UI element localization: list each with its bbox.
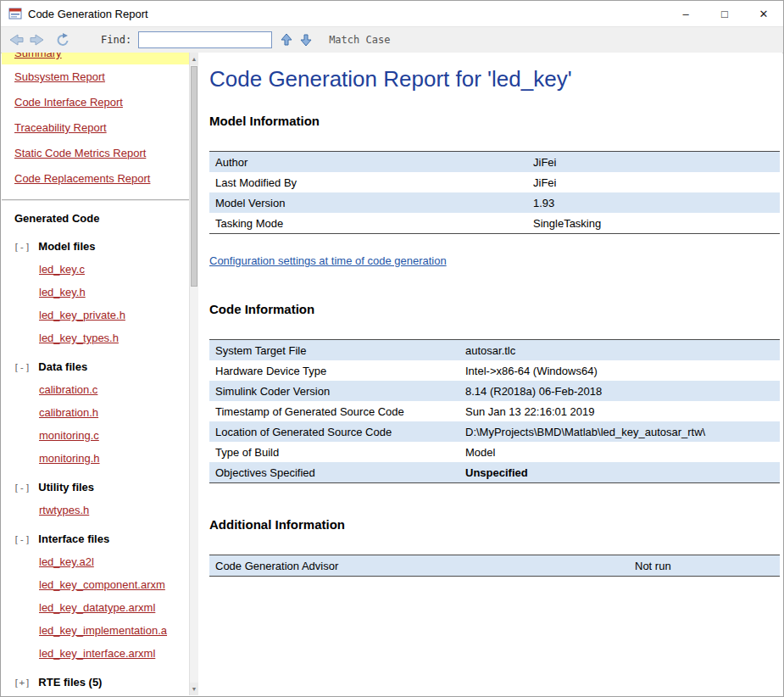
minimize-button[interactable]: – [666, 1, 705, 26]
row-label: Tasking Mode [209, 213, 527, 234]
section-heading-additional-information: Additional Information [209, 517, 776, 533]
row-value: JiFei [527, 152, 780, 173]
table-row: Hardware Device Type Intel->x86-64 (Wind… [209, 360, 780, 381]
config-link-row: Configuration settings at time of code g… [209, 253, 776, 268]
group-header-interface-files: [-] Interface files [2, 527, 189, 550]
table-row: Code Generation Advisor Not run [209, 555, 780, 577]
row-label: Timestamp of Generated Source Code [209, 401, 459, 421]
row-value: Sun Jan 13 22:16:01 2019 [459, 401, 780, 421]
back-button[interactable] [8, 34, 24, 46]
app-icon [8, 7, 22, 20]
scrollbar-thumb[interactable] [191, 66, 197, 287]
row-label: Location of Generated Source Code [209, 421, 459, 442]
section-heading-code-information: Code Information [209, 302, 776, 317]
file-link-item[interactable]: monitoring.c [2, 424, 189, 447]
file-link-item[interactable]: rtwtypes.h [2, 499, 189, 521]
row-label: Author [209, 152, 527, 173]
expand-toggle-icon[interactable]: [+] [14, 677, 31, 689]
objectives-unspecified-value: Unspecified [459, 462, 780, 483]
row-label: Type of Build [209, 442, 459, 462]
group-header-rte-files: [+] RTE files (5) [2, 670, 189, 694]
sidebar-item-subsystem-report[interactable]: Subsystem Report [2, 64, 189, 90]
row-label: Model Version [209, 192, 527, 213]
group-header-model-files: [-] Model files [2, 234, 189, 258]
collapse-toggle-icon[interactable]: [-] [14, 534, 31, 545]
code-information-table: System Target File autosar.tlc Hardware … [209, 339, 780, 483]
row-label: Simulink Coder Version [209, 381, 459, 401]
row-value: Model [459, 442, 780, 462]
refresh-button[interactable] [56, 33, 70, 47]
table-row: Model Version 1.93 [209, 192, 780, 213]
collapse-toggle-icon[interactable]: [-] [14, 482, 31, 493]
page-title: Code Generation Report for 'led_key' [209, 64, 776, 93]
sidebar-item-code-interface-report[interactable]: Code Interface Report [2, 90, 189, 115]
sidebar-scrollbar[interactable]: ▲ ▼ [189, 53, 198, 695]
row-value: Not run [629, 555, 780, 577]
table-row: Objectives Specified Unspecified [209, 462, 780, 483]
find-input[interactable] [138, 31, 272, 48]
window-title: Code Generation Report [28, 8, 148, 20]
model-information-table: Author JiFei Last Modified By JiFei Mode… [209, 151, 780, 234]
table-row: Author JiFei [209, 152, 780, 173]
window-controls: – □ ✕ [666, 1, 783, 26]
collapse-toggle-icon[interactable]: [-] [14, 242, 31, 253]
maximize-button[interactable]: □ [705, 1, 744, 26]
file-link-item[interactable]: led_key_datatype.arxml [2, 596, 189, 619]
file-link-item[interactable]: led_key_types.h [2, 326, 189, 349]
summary-link[interactable]: Summary [14, 53, 62, 59]
table-row: Tasking Mode SingleTasking [209, 213, 780, 234]
additional-information-table: Code Generation Advisor Not run [209, 555, 780, 577]
table-row: Simulink Coder Version 8.14 (R2018a) 06-… [209, 381, 780, 401]
sidebar-item-summary[interactable]: Summary [2, 53, 189, 64]
file-link-item[interactable]: led_key.h [2, 281, 189, 304]
scrollbar-up-arrow[interactable]: ▲ [190, 53, 198, 65]
scrollbar-down-arrow[interactable]: ▼ [190, 683, 198, 695]
row-value: autosar.tlc [459, 340, 780, 361]
file-link-item[interactable]: led_key.a2l [2, 550, 189, 573]
file-link-item[interactable]: led_key_component.arxm [2, 573, 189, 596]
sidebar-item-traceability-report[interactable]: Traceability Report [2, 115, 189, 141]
sidebar-divider [2, 199, 189, 200]
application-window: Code Generation Report – □ ✕ Find: [0, 0, 784, 697]
row-value: 1.93 [527, 192, 780, 213]
section-heading-model-information: Model Information [209, 114, 776, 129]
file-link-item[interactable]: monitoring.h [2, 447, 189, 470]
table-row: Type of Build Model [209, 442, 780, 462]
table-row: Timestamp of Generated Source Code Sun J… [209, 401, 780, 421]
sidebar-item-code-replacements-report[interactable]: Code Replacements Report [2, 166, 189, 192]
generated-code-heading: Generated Code [2, 209, 189, 229]
configuration-settings-link[interactable]: Configuration settings at time of code g… [209, 254, 447, 267]
file-link-item[interactable]: calibration.c [2, 378, 189, 401]
row-value: Intel->x86-64 (Windows64) [459, 360, 780, 381]
row-value: JiFei [527, 172, 780, 192]
row-value: 8.14 (R2018a) 06-Feb-2018 [459, 381, 780, 401]
report-content: Code Generation Report for 'led_key' Mod… [198, 53, 782, 695]
row-label: Hardware Device Type [209, 360, 459, 381]
row-label: System Target File [209, 340, 459, 361]
file-link-item[interactable]: led_key_implementation.a [2, 619, 189, 642]
toolbar: Find: Match Case [1, 26, 783, 53]
row-label: Code Generation Advisor [209, 555, 629, 577]
file-link-item[interactable]: led_key_interface.arxml [2, 642, 189, 665]
row-value: D:\MyProjects\BMD\Matlab\led_key_autosar… [459, 421, 780, 442]
titlebar: Code Generation Report – □ ✕ [1, 1, 783, 26]
group-header-utility-files: [-] Utility files [2, 475, 189, 499]
file-link-item[interactable]: calibration.h [2, 401, 189, 424]
find-previous-button[interactable] [281, 33, 292, 47]
collapse-toggle-icon[interactable]: [-] [14, 362, 31, 373]
forward-button[interactable] [30, 34, 45, 46]
match-case-toggle[interactable]: Match Case [329, 34, 390, 46]
file-link-item[interactable]: led_key_private.h [2, 304, 189, 326]
row-value: SingleTasking [527, 213, 780, 234]
sidebar-item-static-code-metrics-report[interactable]: Static Code Metrics Report [2, 141, 189, 166]
row-label: Objectives Specified [209, 462, 459, 483]
table-row: Location of Generated Source Code D:\MyP… [209, 421, 780, 442]
table-row: Last Modified By JiFei [209, 172, 780, 192]
find-label: Find: [101, 34, 131, 46]
close-button[interactable]: ✕ [744, 1, 783, 26]
main-area: Summary Subsystem Report Code Interface … [2, 53, 782, 695]
group-header-data-files: [-] Data files [2, 354, 189, 378]
find-next-button[interactable] [300, 33, 312, 47]
row-label: Last Modified By [209, 172, 527, 192]
file-link-item[interactable]: led_key.c [2, 258, 189, 281]
